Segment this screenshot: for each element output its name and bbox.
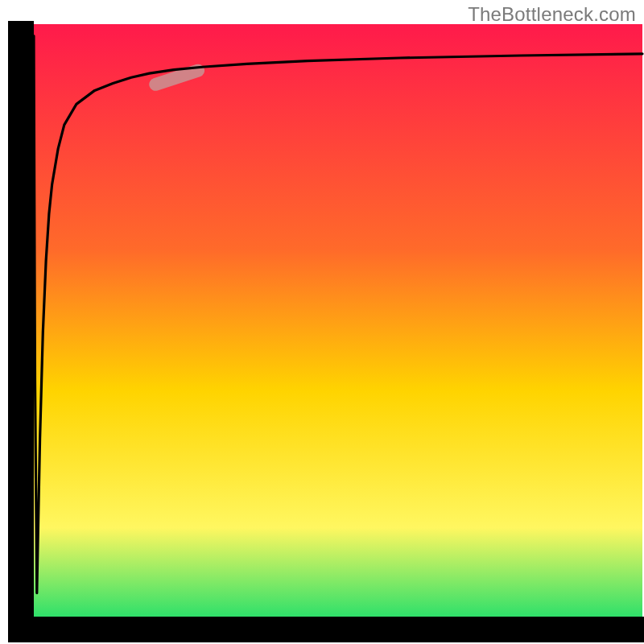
bottleneck-chart bbox=[0, 0, 644, 644]
axis-bottom bbox=[8, 617, 644, 642]
chart-container: TheBottleneck.com bbox=[0, 0, 644, 644]
axis-left bbox=[8, 21, 34, 620]
plot-background bbox=[34, 24, 642, 617]
